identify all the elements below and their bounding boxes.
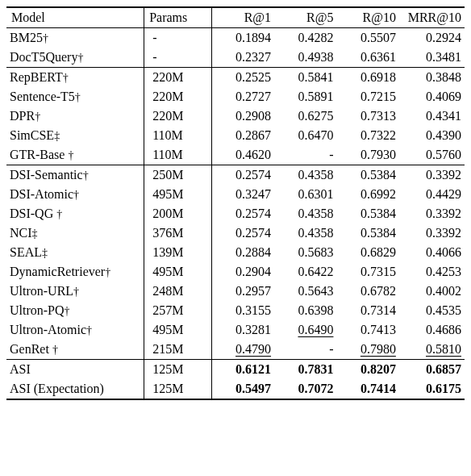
metric-mrr10: 0.3392 — [399, 204, 465, 223]
metric-r10: 0.7314 — [336, 301, 398, 320]
double-dagger-icon: ‡ — [32, 228, 38, 240]
dagger-icon: † — [52, 344, 58, 356]
metric-value: 0.7313 — [361, 109, 396, 123]
metric-value: 0.6829 — [361, 245, 396, 259]
metric-r5: 0.6490 — [274, 320, 336, 340]
metric-mrr10: 0.6857 — [399, 360, 465, 380]
metric-r5: - — [274, 340, 336, 360]
metric-value: 0.4390 — [426, 128, 461, 142]
metric-value: 0.2327 — [235, 50, 271, 64]
metric-r10: 0.6992 — [336, 185, 398, 204]
metric-mrr10: 0.5760 — [399, 145, 465, 165]
table-row: SimCSE‡110M0.28670.64700.73220.4390 — [6, 126, 465, 145]
metric-value: 0.2904 — [235, 265, 271, 278]
metric-value: 0.4358 — [298, 226, 333, 240]
metric-r1: 0.2327 — [211, 48, 274, 68]
metric-value: 0.3392 — [426, 207, 461, 220]
metric-value: 0.5384 — [361, 207, 396, 220]
metric-r1: 0.1894 — [211, 28, 274, 48]
metric-r5: - — [274, 145, 336, 165]
metric-value: 0.4938 — [298, 50, 333, 64]
metric-value: 0.5810 — [426, 342, 461, 356]
metric-value: 0.4429 — [426, 187, 461, 201]
model-name: DSI-Atomic† — [6, 185, 144, 204]
metric-value: 0.5384 — [361, 226, 396, 240]
table-row: SEAL‡139M0.28840.56830.68290.4066 — [6, 243, 465, 262]
table-row: GenRet †215M0.4790-0.79800.5810 — [6, 340, 465, 360]
metric-r1: 0.4790 — [211, 340, 274, 360]
metric-value: 0.7215 — [361, 90, 396, 103]
model-name: DocT5Query† — [6, 48, 144, 68]
metric-value: 0.3481 — [426, 50, 461, 64]
params-value: 495M — [144, 320, 211, 340]
model-name: ASI (Expectation) — [6, 379, 144, 399]
metric-value: 0.4341 — [426, 109, 461, 123]
metric-value: 0.2574 — [235, 207, 271, 220]
model-name: GenRet † — [6, 340, 144, 360]
metric-r5: 0.5841 — [274, 68, 336, 88]
metric-r1: 0.6121 — [211, 360, 274, 380]
metric-r1: 0.2574 — [211, 204, 274, 223]
metric-value: 0.7414 — [361, 382, 396, 395]
metric-value: 0.7315 — [361, 265, 396, 278]
metric-value: 0.6275 — [298, 109, 333, 123]
table-row: GTR-Base †110M0.4620-0.79300.5760 — [6, 145, 465, 165]
metric-r5: 0.5891 — [274, 87, 336, 106]
dagger-icon: † — [73, 286, 79, 298]
dagger-icon: † — [56, 208, 62, 220]
table-row: NCI‡376M0.25740.43580.53840.3392 — [6, 223, 465, 243]
metric-r10: 0.7313 — [336, 106, 398, 126]
metric-value: 0.7980 — [361, 342, 396, 356]
metric-value: 0.2574 — [235, 168, 271, 182]
metric-r1: 0.2574 — [211, 165, 274, 186]
model-name: ASI — [6, 360, 144, 380]
params-value: 125M — [144, 360, 211, 380]
dagger-icon: † — [65, 305, 70, 317]
params-value: 250M — [144, 165, 211, 186]
params-value: 248M — [144, 282, 211, 301]
metric-value: 0.5683 — [298, 245, 333, 259]
table-row: DSI-Semantic†250M0.25740.43580.53840.339… — [6, 165, 465, 186]
metric-r1: 0.2867 — [211, 126, 274, 145]
metric-value: 0.5760 — [426, 148, 461, 161]
metric-r5: 0.4282 — [274, 28, 336, 48]
metric-r5: 0.5683 — [274, 243, 336, 262]
model-name: SEAL‡ — [6, 243, 144, 262]
metric-r10: 0.6361 — [336, 48, 398, 68]
metric-value: 0.3247 — [235, 187, 271, 201]
metric-r5: 0.7072 — [274, 379, 336, 399]
metric-r5: 0.6275 — [274, 106, 336, 126]
metric-mrr10: 0.4390 — [399, 126, 465, 145]
metric-value: 0.7831 — [298, 362, 333, 376]
dagger-icon: † — [77, 52, 83, 64]
metric-r10: 0.7315 — [336, 262, 398, 282]
metric-r1: 0.2525 — [211, 68, 274, 88]
metric-value: 0.2574 — [235, 226, 271, 240]
metric-r1: 0.2908 — [211, 106, 274, 126]
metric-mrr10: 0.5810 — [399, 340, 465, 360]
params-value: 495M — [144, 185, 211, 204]
metric-value: 0.3155 — [235, 303, 271, 317]
double-dagger-icon: ‡ — [42, 247, 48, 259]
metric-value: 0.6121 — [235, 362, 271, 376]
metric-value: 0.4282 — [298, 31, 333, 44]
col-r1: R@1 — [211, 7, 274, 28]
model-name: GTR-Base † — [6, 145, 144, 165]
metric-r1: 0.3281 — [211, 320, 274, 340]
params-value: 220M — [144, 68, 211, 88]
metric-r5: 0.6422 — [274, 262, 336, 282]
metric-r5: 0.6470 — [274, 126, 336, 145]
metric-value: 0.4002 — [426, 284, 461, 298]
model-name: Ultron-Atomic† — [6, 320, 144, 340]
metric-mrr10: 0.4429 — [399, 185, 465, 204]
metric-value: 0.6175 — [426, 382, 461, 395]
table-row: ASI (Expectation)125M0.54970.70720.74140… — [6, 379, 465, 399]
metric-value: 0.6398 — [298, 303, 333, 317]
metric-r10: 0.7980 — [336, 340, 398, 360]
metric-r5: 0.6301 — [274, 185, 336, 204]
dagger-icon: † — [68, 149, 73, 161]
metric-r10: 0.5507 — [336, 28, 398, 48]
metric-mrr10: 0.4069 — [399, 87, 465, 106]
metric-r5: 0.7831 — [274, 360, 336, 380]
model-name: Ultron-URL† — [6, 282, 144, 301]
